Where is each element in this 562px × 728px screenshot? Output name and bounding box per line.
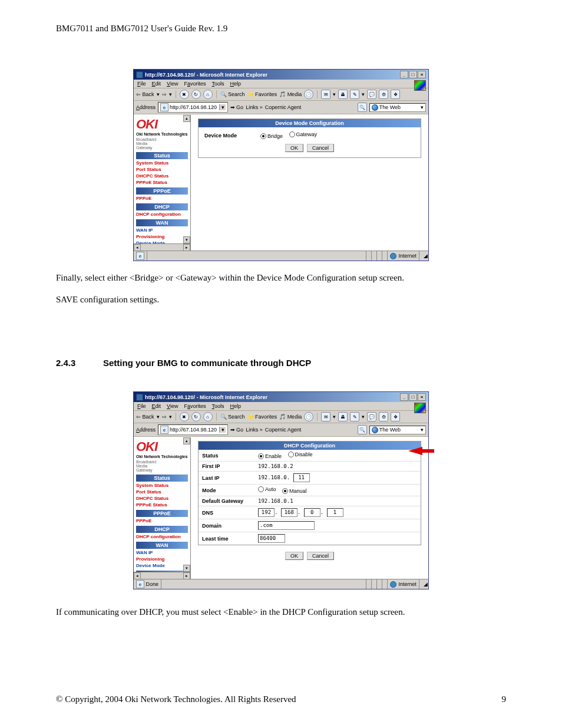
mail-icon[interactable]: ✉ bbox=[321, 90, 330, 99]
media-button[interactable]: 🎵 Media bbox=[279, 414, 302, 420]
dns-o1-input[interactable]: 192 bbox=[258, 508, 275, 517]
sidebar-link-wan-ip[interactable]: WAN IP bbox=[136, 228, 188, 233]
print-icon[interactable]: 🖶 bbox=[338, 90, 348, 99]
sidebar-link-wan-ip[interactable]: WAN IP bbox=[136, 550, 188, 555]
sidebar-link-provisioning[interactable]: Provisioning bbox=[136, 234, 188, 239]
manual-radio[interactable]: Manual bbox=[282, 488, 307, 494]
search-button[interactable]: 🔍 Search bbox=[220, 91, 245, 97]
links-label[interactable]: Links » bbox=[246, 427, 263, 433]
sidebar-link-system-status[interactable]: System Status bbox=[136, 160, 188, 166]
menu-view[interactable]: View bbox=[167, 81, 178, 87]
edit-icon[interactable]: ✎ bbox=[350, 90, 359, 99]
sidebar-link-pppoe-status[interactable]: PPPoE Status bbox=[136, 180, 188, 185]
lease-input[interactable]: 86400 bbox=[258, 534, 285, 543]
menu-favorites[interactable]: Favorites bbox=[184, 81, 206, 87]
sidebar-link-device-mode[interactable]: Device Mode bbox=[136, 563, 188, 568]
cancel-button[interactable]: Cancel bbox=[307, 144, 334, 152]
enable-radio[interactable]: Enable bbox=[258, 453, 282, 459]
search-engine-select[interactable]: The Web ▾ bbox=[369, 103, 426, 112]
dns-o2-input[interactable]: 168 bbox=[281, 508, 297, 517]
sidebar-link-dhcpc-status[interactable]: DHCPC Status bbox=[136, 496, 188, 501]
media-button[interactable]: 🎵 Media bbox=[279, 91, 302, 97]
tool-icon[interactable]: ⚙ bbox=[379, 412, 388, 421]
stop-icon[interactable]: ✖ bbox=[180, 412, 189, 421]
history-icon[interactable]: 🕑 bbox=[304, 90, 313, 99]
menu-edit[interactable]: Edit bbox=[152, 81, 161, 87]
lastip-octet-input[interactable]: 11 bbox=[293, 473, 310, 482]
sidebar-link-dhcpc-status[interactable]: DHCPC Status bbox=[136, 173, 188, 179]
discuss-icon[interactable]: 💬 bbox=[367, 90, 376, 99]
stop-icon[interactable]: ✖ bbox=[180, 90, 189, 99]
sidebar-link-provisioning[interactable]: Provisioning bbox=[136, 556, 188, 562]
sidebar-link-pppoe[interactable]: PPPoE bbox=[136, 518, 188, 523]
menu-view[interactable]: View bbox=[167, 403, 178, 409]
menu-edit[interactable]: Edit bbox=[152, 403, 161, 409]
go-button[interactable]: ➡ Go bbox=[230, 427, 243, 433]
auto-radio[interactable]: Auto bbox=[258, 486, 276, 492]
minimize-button[interactable]: _ bbox=[400, 71, 408, 78]
sidebar-link-pppoe[interactable]: PPPoE bbox=[136, 196, 188, 201]
address-input[interactable]: e http://67.104.98.120 ▾ bbox=[158, 424, 228, 435]
dns-o4-input[interactable]: 1 bbox=[327, 508, 343, 517]
go-button[interactable]: ➡ Go bbox=[230, 104, 243, 110]
resize-grip-icon[interactable]: ◢ bbox=[419, 581, 428, 588]
search-button[interactable]: 🔍 Search bbox=[220, 414, 245, 420]
ok-button[interactable]: OK bbox=[285, 144, 303, 152]
menu-help[interactable]: Help bbox=[230, 403, 241, 409]
home-icon[interactable]: ⌂ bbox=[203, 412, 213, 421]
bridge-radio[interactable]: Bridge bbox=[260, 133, 283, 139]
menu-tools[interactable]: Tools bbox=[211, 403, 224, 409]
close-button[interactable]: × bbox=[418, 71, 426, 78]
favorites-button[interactable]: ⭐ Favorites bbox=[247, 91, 277, 97]
maximize-button[interactable]: □ bbox=[409, 71, 417, 78]
gateway-radio[interactable]: Gateway bbox=[289, 131, 318, 137]
search-launch-icon[interactable]: 🔍 bbox=[358, 103, 367, 112]
discuss-icon[interactable]: 💬 bbox=[367, 412, 376, 421]
history-icon[interactable]: 🕑 bbox=[304, 412, 313, 421]
copernic-label[interactable]: Copernic Agent bbox=[265, 104, 302, 110]
search-engine-select[interactable]: The Web ▾ bbox=[369, 426, 426, 434]
forward-button[interactable]: ⇨ bbox=[162, 414, 167, 420]
menu-tools[interactable]: Tools bbox=[211, 81, 224, 87]
cancel-button[interactable]: Cancel bbox=[307, 552, 334, 560]
sidebar-link-port-status[interactable]: Port Status bbox=[136, 167, 188, 172]
search-launch-icon[interactable]: 🔍 bbox=[358, 425, 367, 434]
h-scrollbar[interactable]: ◂▸ bbox=[134, 572, 190, 579]
disable-radio[interactable]: Disable bbox=[288, 452, 313, 457]
menu-file[interactable]: File bbox=[137, 403, 146, 409]
refresh-icon[interactable]: ↻ bbox=[191, 90, 201, 99]
tool2-icon[interactable]: ❖ bbox=[391, 412, 400, 421]
close-button[interactable]: × bbox=[418, 393, 426, 401]
domain-input[interactable]: .com bbox=[258, 521, 315, 530]
h-scrollbar[interactable]: ◂▸ bbox=[134, 243, 190, 251]
tool-icon[interactable]: ⚙ bbox=[379, 90, 388, 99]
tool2-icon[interactable]: ❖ bbox=[391, 90, 400, 99]
scroll-down-button[interactable]: ▾ bbox=[183, 236, 190, 243]
address-dropdown-icon[interactable]: ▾ bbox=[219, 104, 226, 110]
refresh-icon[interactable]: ↻ bbox=[191, 412, 201, 421]
home-icon[interactable]: ⌂ bbox=[203, 90, 213, 99]
maximize-button[interactable]: □ bbox=[409, 393, 417, 401]
ok-button[interactable]: OK bbox=[285, 552, 303, 560]
address-input[interactable]: e http://67.104.98.120 ▾ bbox=[158, 102, 228, 113]
sidebar-link-system-status[interactable]: System Status bbox=[136, 483, 188, 488]
edit-icon[interactable]: ✎ bbox=[350, 412, 359, 421]
sidebar-link-port-status[interactable]: Port Status bbox=[136, 489, 188, 495]
menu-favorites[interactable]: Favorites bbox=[184, 403, 206, 409]
dns-o3-input[interactable]: 0 bbox=[304, 508, 320, 517]
resize-grip-icon[interactable]: ◢ bbox=[419, 253, 428, 259]
scroll-down-button[interactable]: ▾ bbox=[183, 565, 190, 572]
links-label[interactable]: Links » bbox=[246, 104, 263, 110]
minimize-button[interactable]: _ bbox=[400, 393, 408, 401]
address-dropdown-icon[interactable]: ▾ bbox=[219, 427, 226, 433]
favorites-button[interactable]: ⭐ Favorites bbox=[247, 414, 277, 420]
menu-help[interactable]: Help bbox=[230, 81, 241, 87]
scroll-up-button[interactable]: ▴ bbox=[183, 437, 190, 444]
back-button[interactable]: ⇦ Back bbox=[136, 91, 154, 97]
scroll-up-button[interactable]: ▴ bbox=[183, 115, 190, 122]
sidebar-link-dhcp-config[interactable]: DHCP configuration bbox=[136, 534, 188, 539]
print-icon[interactable]: 🖶 bbox=[338, 412, 348, 421]
back-button[interactable]: ⇦ Back bbox=[136, 414, 154, 420]
copernic-label[interactable]: Copernic Agent bbox=[265, 427, 302, 433]
sidebar-link-dhcp-config[interactable]: DHCP configuration bbox=[136, 212, 188, 217]
